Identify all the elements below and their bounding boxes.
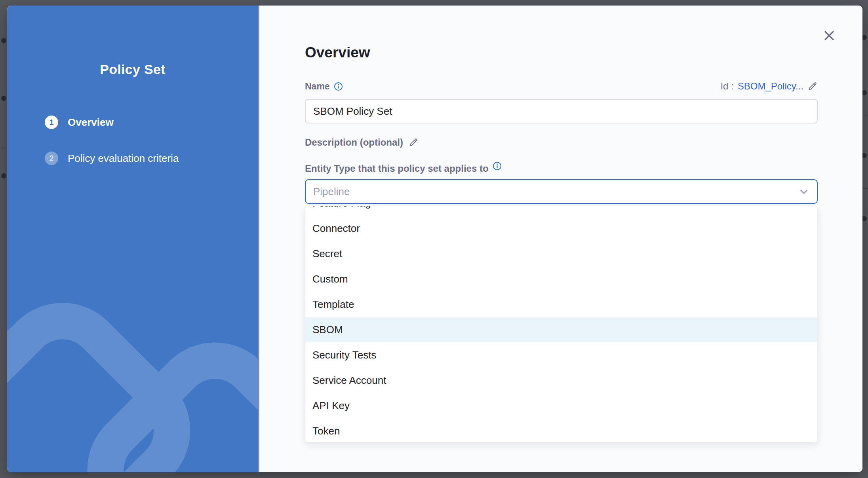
name-label-row: Name Id : SBOM_Policy... (305, 81, 818, 92)
background-divider (0, 148, 7, 148)
overview-panel: Overview Name Id : SBOM_Policy... (259, 6, 862, 472)
dropdown-option-sbom[interactable]: SBOM (305, 317, 817, 342)
entity-type-dropdown: Feature Flag ConnectorSecretCustomTempla… (305, 206, 818, 442)
step-number-badge: 1 (45, 116, 58, 129)
entity-id-group: Id : SBOM_Policy... (720, 81, 818, 92)
dropdown-option-security-tests[interactable]: Security Tests (305, 342, 817, 368)
dropdown-option-secret[interactable]: Secret (305, 241, 817, 266)
wizard-steps: 1 Overview 2 Policy evaluation criteria (45, 116, 179, 165)
step-label: Policy evaluation criteria (68, 152, 179, 165)
step-overview[interactable]: 1 Overview (45, 116, 179, 129)
id-prefix: Id : (720, 81, 733, 92)
step-number-badge: 2 (45, 152, 58, 165)
background-divider (862, 188, 868, 189)
step-policy-evaluation-criteria[interactable]: 2 Policy evaluation criteria (45, 152, 179, 165)
info-icon[interactable] (334, 82, 343, 91)
panel-heading: Overview (305, 45, 370, 60)
wizard-sidebar: Policy Set 1 Overview 2 Policy evaluatio… (7, 6, 259, 472)
dropdown-option-custom[interactable]: Custom (305, 266, 817, 292)
id-link[interactable]: SBOM_Policy... (738, 81, 803, 92)
harness-logo-watermark (7, 298, 259, 472)
edit-description-pencil-icon[interactable] (408, 137, 419, 148)
dropdown-option-clipped[interactable]: Feature Flag (305, 206, 817, 216)
edit-id-pencil-icon[interactable] (807, 81, 818, 91)
policy-set-modal: Policy Set 1 Overview 2 Policy evaluatio… (7, 6, 862, 472)
background-nav-dot (1, 38, 6, 43)
entity-type-label-row: Entity Type that this policy set applies… (305, 163, 502, 174)
entity-type-select[interactable]: Pipeline (305, 179, 818, 204)
select-placeholder: Pipeline (313, 186, 350, 198)
description-row: Description (optional) (305, 137, 419, 148)
dropdown-option-connector[interactable]: Connector (305, 216, 817, 241)
background-divider (862, 115, 868, 116)
dropdown-option-api-key[interactable]: API Key (305, 393, 817, 418)
close-button[interactable] (820, 27, 838, 44)
dropdown-option-token[interactable]: Token (305, 418, 817, 442)
name-label: Name (305, 81, 330, 92)
name-input[interactable] (305, 99, 818, 123)
dropdown-option-template[interactable]: Template (305, 292, 817, 317)
chevron-down-icon (798, 186, 810, 197)
screen: Policy Set 1 Overview 2 Policy evaluatio… (0, 0, 868, 478)
info-icon[interactable] (493, 161, 502, 171)
wizard-title: Policy Set (7, 62, 258, 77)
dropdown-option-service-account[interactable]: Service Account (305, 368, 817, 393)
description-label: Description (optional) (305, 137, 403, 148)
dropdown-options: ConnectorSecretCustomTemplateSBOMSecurit… (305, 216, 817, 442)
background-nav-dot (1, 96, 6, 101)
entity-type-label: Entity Type that this policy set applies… (305, 163, 489, 174)
step-label: Overview (68, 116, 114, 129)
close-icon (822, 29, 836, 42)
background-nav-dot (1, 173, 6, 178)
name-label-group: Name (305, 81, 343, 92)
